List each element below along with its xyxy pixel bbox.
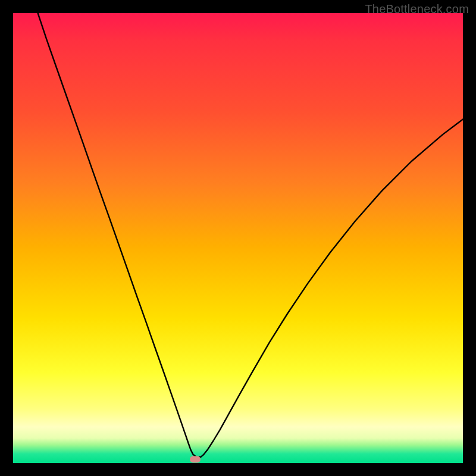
chart-frame [13,13,463,463]
background-gradient [13,13,463,463]
plot-area [13,13,463,463]
minimum-marker [190,456,201,462]
